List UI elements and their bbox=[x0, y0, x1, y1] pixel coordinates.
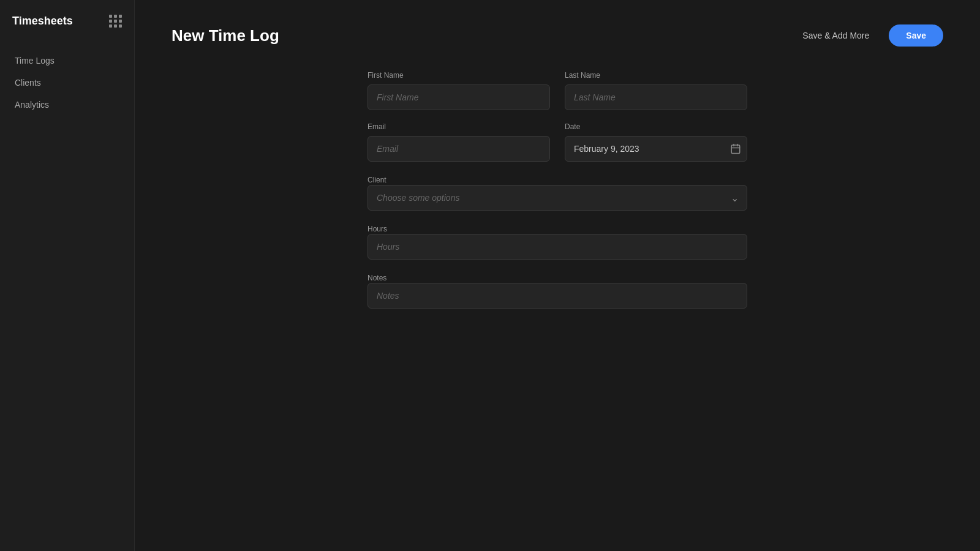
sidebar-header: Timesheets bbox=[12, 15, 122, 28]
calendar-icon[interactable] bbox=[730, 143, 741, 154]
date-wrapper bbox=[565, 136, 747, 162]
hours-input[interactable] bbox=[368, 234, 747, 260]
email-input[interactable] bbox=[368, 136, 550, 162]
client-select[interactable]: Choose some options bbox=[368, 185, 747, 211]
main-content: New Time Log Save & Add More Save First … bbox=[135, 0, 980, 551]
app-title: Timesheets bbox=[12, 15, 73, 28]
hours-group: Hours bbox=[368, 223, 747, 260]
sidebar-item-analytics[interactable]: Analytics bbox=[12, 94, 122, 116]
first-name-group: First Name bbox=[368, 71, 550, 110]
apps-grid-icon[interactable] bbox=[109, 15, 122, 28]
page-header: New Time Log Save & Add More Save bbox=[172, 24, 943, 47]
date-input[interactable] bbox=[565, 136, 747, 162]
date-label: Date bbox=[565, 122, 747, 131]
notes-group: Notes bbox=[368, 272, 747, 309]
save-add-more-button[interactable]: Save & Add More bbox=[795, 26, 876, 45]
notes-input[interactable] bbox=[368, 283, 747, 309]
first-name-label: First Name bbox=[368, 71, 550, 80]
client-group: Client Choose some options ⌄ bbox=[368, 174, 747, 211]
page-title: New Time Log bbox=[172, 26, 279, 45]
new-time-log-form: First Name Last Name Email Date bbox=[368, 71, 747, 309]
notes-label: Notes bbox=[368, 274, 386, 282]
save-button[interactable]: Save bbox=[889, 24, 943, 47]
svg-rect-0 bbox=[731, 145, 740, 154]
email-label: Email bbox=[368, 122, 550, 131]
sidebar-nav: Time Logs Clients Analytics bbox=[12, 50, 122, 116]
sidebar: Timesheets Time Logs Clients Analytics bbox=[0, 0, 135, 551]
header-actions: Save & Add More Save bbox=[795, 24, 943, 47]
email-group: Email bbox=[368, 122, 550, 162]
date-group: Date bbox=[565, 122, 747, 162]
last-name-label: Last Name bbox=[565, 71, 747, 80]
sidebar-item-clients[interactable]: Clients bbox=[12, 72, 122, 94]
client-label: Client bbox=[368, 176, 386, 184]
first-name-input[interactable] bbox=[368, 84, 550, 110]
hours-label: Hours bbox=[368, 225, 387, 233]
email-date-row: Email Date bbox=[368, 122, 747, 162]
sidebar-item-time-logs[interactable]: Time Logs bbox=[12, 50, 122, 72]
name-row: First Name Last Name bbox=[368, 71, 747, 110]
last-name-input[interactable] bbox=[565, 84, 747, 110]
last-name-group: Last Name bbox=[565, 71, 747, 110]
client-select-wrapper: Choose some options ⌄ bbox=[368, 185, 747, 211]
